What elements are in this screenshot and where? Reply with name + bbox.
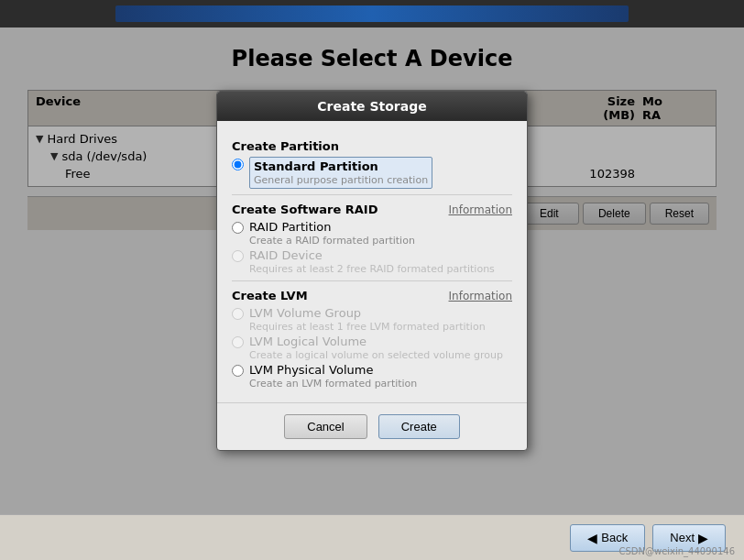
standard-partition-desc: General purpose partition creation [254,174,428,186]
back-label: Back [601,531,628,544]
modal-title: Create Storage [317,99,426,114]
standard-partition-label[interactable]: Standard Partition [254,159,428,173]
lvm-logical-volume-content: LVM Logical Volume Create a logical volu… [249,335,503,361]
radio-lvm-volume-group[interactable]: LVM Volume Group Requires at least 1 fre… [232,306,512,333]
radio-raid-device[interactable]: RAID Device Requires at least 2 free RAI… [232,248,512,275]
section-raid-label: Create Software RAID [232,203,378,216]
raid-device-content: RAID Device Requires at least 2 free RAI… [249,248,495,275]
raid-device-desc: Requires at least 2 free RAID formated p… [249,263,495,275]
create-storage-modal: Create Storage Create Partition Standard… [216,91,528,451]
radio-raid-device-input [232,250,244,262]
lvm-volume-group-desc: Requires at least 1 free LVM formated pa… [249,321,486,333]
lvm-physical-volume-label[interactable]: LVM Physical Volume [249,363,417,377]
top-bar [0,0,744,27]
section-lvm-label: Create LVM [232,289,308,302]
next-arrow-icon: ▶ [698,531,708,545]
section-raid-header: Create Software RAID Information [232,203,512,216]
radio-raid-partition[interactable]: RAID Partition Create a RAID formated pa… [232,220,512,247]
modal-footer: Cancel Create [217,402,527,450]
lvm-logical-volume-desc: Create a logical volume on selected volu… [249,349,503,361]
radio-raid-partition-input[interactable] [232,222,244,234]
lvm-info-link[interactable]: Information [449,290,512,302]
standard-partition-content: Standard Partition General purpose parti… [249,157,432,189]
lvm-logical-volume-label: LVM Logical Volume [249,335,503,348]
section-lvm-header: Create LVM Information [232,289,512,302]
lvm-physical-volume-content: LVM Physical Volume Create an LVM format… [249,363,417,390]
radio-standard-partition[interactable]: Standard Partition General purpose parti… [232,157,512,189]
raid-device-label: RAID Device [249,248,495,262]
modal-create-button[interactable]: Create [378,414,460,439]
back-arrow-icon: ◀ [587,531,597,545]
radio-lvm-physical-volume-input[interactable] [232,365,244,377]
section-create-partition-label: Create Partition [232,139,512,153]
modal-cancel-button[interactable]: Cancel [284,414,367,439]
modal-title-bar: Create Storage [217,92,527,121]
raid-partition-label[interactable]: RAID Partition [249,220,415,234]
lvm-volume-group-label: LVM Volume Group [249,306,486,320]
radio-lvm-logical-volume-input [232,336,244,348]
next-label: Next [670,531,695,544]
raid-info-link[interactable]: Information [449,203,512,216]
radio-standard-partition-input[interactable] [232,159,244,170]
radio-lvm-logical-volume[interactable]: LVM Logical Volume Create a logical volu… [232,335,512,361]
radio-lvm-volume-group-input [232,308,244,320]
main-area: Please Select A Device Device Size(MB) M… [0,27,744,514]
lvm-volume-group-content: LVM Volume Group Requires at least 1 fre… [249,306,486,333]
modal-overlay: Create Storage Create Partition Standard… [0,27,744,514]
raid-partition-desc: Create a RAID formated partition [249,235,415,247]
radio-lvm-physical-volume[interactable]: LVM Physical Volume Create an LVM format… [232,363,512,390]
progress-bar [115,5,629,22]
modal-body: Create Partition Standard Partition Gene… [217,121,527,402]
raid-partition-content: RAID Partition Create a RAID formated pa… [249,220,415,247]
lvm-physical-volume-desc: Create an LVM formated partition [249,378,417,390]
watermark: CSDN@weixin_44090146 [618,546,735,556]
